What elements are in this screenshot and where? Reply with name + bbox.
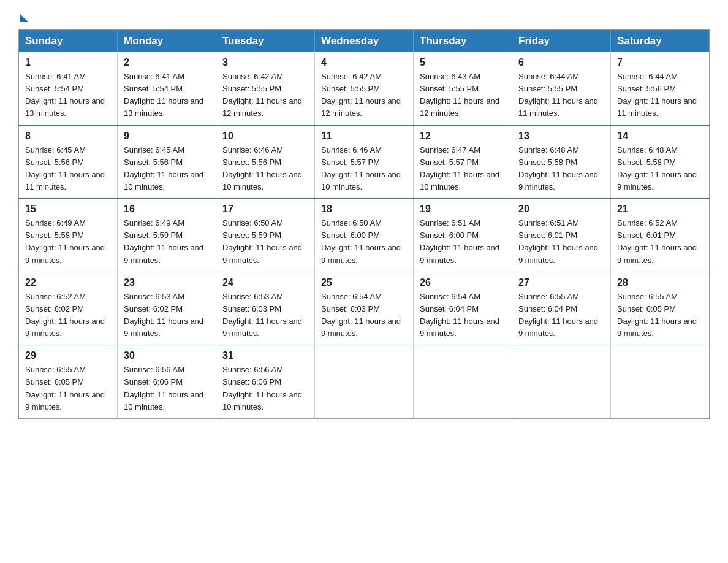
day-number: 8 — [25, 131, 111, 142]
calendar-cell: 29 Sunrise: 6:55 AM Sunset: 6:05 PM Dayl… — [19, 345, 118, 419]
calendar-week-2: 8 Sunrise: 6:45 AM Sunset: 5:56 PM Dayli… — [19, 125, 710, 199]
day-number: 24 — [222, 277, 308, 288]
day-number: 28 — [617, 277, 703, 288]
day-number: 9 — [124, 131, 210, 142]
day-info: Sunrise: 6:53 AM Sunset: 6:02 PM Dayligh… — [124, 291, 210, 340]
day-number: 6 — [518, 57, 604, 68]
day-info: Sunrise: 6:44 AM Sunset: 5:56 PM Dayligh… — [617, 71, 703, 120]
day-info: Sunrise: 6:47 AM Sunset: 5:57 PM Dayligh… — [420, 144, 506, 194]
weekday-header-saturday: Saturday — [611, 30, 710, 53]
day-number: 7 — [617, 57, 703, 68]
calendar-cell: 28 Sunrise: 6:55 AM Sunset: 6:05 PM Dayl… — [611, 272, 710, 345]
day-number: 5 — [420, 57, 506, 68]
day-info: Sunrise: 6:42 AM Sunset: 5:55 PM Dayligh… — [222, 71, 308, 120]
day-number: 25 — [321, 277, 407, 288]
weekday-header-row: SundayMondayTuesdayWednesdayThursdayFrid… — [19, 30, 710, 53]
calendar-cell: 24 Sunrise: 6:53 AM Sunset: 6:03 PM Dayl… — [216, 272, 315, 345]
day-info: Sunrise: 6:54 AM Sunset: 6:03 PM Dayligh… — [321, 291, 407, 340]
day-number: 21 — [617, 204, 703, 215]
calendar-cell — [611, 345, 710, 419]
calendar-cell: 27 Sunrise: 6:55 AM Sunset: 6:04 PM Dayl… — [512, 272, 611, 345]
day-number: 27 — [518, 277, 604, 288]
day-number: 19 — [420, 204, 506, 215]
day-number: 1 — [25, 57, 111, 68]
day-number: 2 — [124, 57, 210, 68]
day-number: 4 — [321, 57, 407, 68]
calendar-cell: 23 Sunrise: 6:53 AM Sunset: 6:02 PM Dayl… — [118, 272, 216, 345]
calendar-cell: 7 Sunrise: 6:44 AM Sunset: 5:56 PM Dayli… — [611, 52, 710, 125]
day-info: Sunrise: 6:41 AM Sunset: 5:54 PM Dayligh… — [124, 71, 210, 120]
calendar-cell: 1 Sunrise: 6:41 AM Sunset: 5:54 PM Dayli… — [19, 52, 118, 125]
day-number: 11 — [321, 131, 407, 142]
calendar-table: SundayMondayTuesdayWednesdayThursdayFrid… — [18, 29, 710, 419]
day-info: Sunrise: 6:53 AM Sunset: 6:03 PM Dayligh… — [222, 291, 308, 340]
day-number: 16 — [124, 204, 210, 215]
calendar-cell: 21 Sunrise: 6:52 AM Sunset: 6:01 PM Dayl… — [611, 199, 710, 272]
calendar-cell: 16 Sunrise: 6:49 AM Sunset: 5:59 PM Dayl… — [118, 199, 216, 272]
day-info: Sunrise: 6:42 AM Sunset: 5:55 PM Dayligh… — [321, 71, 407, 120]
day-info: Sunrise: 6:44 AM Sunset: 5:55 PM Dayligh… — [518, 71, 604, 120]
weekday-header-tuesday: Tuesday — [216, 30, 315, 53]
day-info: Sunrise: 6:55 AM Sunset: 6:05 PM Dayligh… — [25, 364, 111, 413]
day-info: Sunrise: 6:55 AM Sunset: 6:04 PM Dayligh… — [518, 291, 604, 340]
calendar-cell: 14 Sunrise: 6:48 AM Sunset: 5:58 PM Dayl… — [611, 125, 710, 199]
day-number: 14 — [617, 131, 703, 142]
calendar-cell: 4 Sunrise: 6:42 AM Sunset: 5:55 PM Dayli… — [315, 52, 414, 125]
calendar-cell: 31 Sunrise: 6:56 AM Sunset: 6:06 PM Dayl… — [216, 345, 315, 419]
calendar-cell: 8 Sunrise: 6:45 AM Sunset: 5:56 PM Dayli… — [19, 125, 118, 199]
day-number: 15 — [25, 204, 111, 215]
day-info: Sunrise: 6:49 AM Sunset: 5:59 PM Dayligh… — [124, 217, 210, 267]
day-info: Sunrise: 6:51 AM Sunset: 6:01 PM Dayligh… — [518, 217, 604, 267]
calendar-cell: 17 Sunrise: 6:50 AM Sunset: 5:59 PM Dayl… — [216, 199, 315, 272]
weekday-header-friday: Friday — [512, 30, 611, 53]
day-info: Sunrise: 6:52 AM Sunset: 6:02 PM Dayligh… — [25, 291, 111, 340]
day-info: Sunrise: 6:48 AM Sunset: 5:58 PM Dayligh… — [617, 144, 703, 194]
day-number: 13 — [518, 131, 604, 142]
day-number: 17 — [222, 204, 308, 215]
day-info: Sunrise: 6:49 AM Sunset: 5:58 PM Dayligh… — [25, 217, 111, 267]
calendar-cell: 12 Sunrise: 6:47 AM Sunset: 5:57 PM Dayl… — [414, 125, 512, 199]
day-info: Sunrise: 6:41 AM Sunset: 5:54 PM Dayligh… — [25, 71, 111, 120]
calendar-cell: 26 Sunrise: 6:54 AM Sunset: 6:04 PM Dayl… — [414, 272, 512, 345]
calendar-week-5: 29 Sunrise: 6:55 AM Sunset: 6:05 PM Dayl… — [19, 345, 710, 419]
calendar-cell: 2 Sunrise: 6:41 AM Sunset: 5:54 PM Dayli… — [118, 52, 216, 125]
calendar-cell: 30 Sunrise: 6:56 AM Sunset: 6:06 PM Dayl… — [118, 345, 216, 419]
day-info: Sunrise: 6:51 AM Sunset: 6:00 PM Dayligh… — [420, 217, 506, 267]
calendar-cell: 25 Sunrise: 6:54 AM Sunset: 6:03 PM Dayl… — [315, 272, 414, 345]
day-info: Sunrise: 6:45 AM Sunset: 5:56 PM Dayligh… — [124, 144, 210, 194]
day-info: Sunrise: 6:46 AM Sunset: 5:57 PM Dayligh… — [321, 144, 407, 194]
day-info: Sunrise: 6:54 AM Sunset: 6:04 PM Dayligh… — [420, 291, 506, 340]
day-info: Sunrise: 6:55 AM Sunset: 6:05 PM Dayligh… — [617, 291, 703, 340]
calendar-cell: 6 Sunrise: 6:44 AM Sunset: 5:55 PM Dayli… — [512, 52, 611, 125]
calendar-cell — [512, 345, 611, 419]
weekday-header-thursday: Thursday — [414, 30, 512, 53]
logo-arrow-icon — [20, 13, 28, 22]
day-info: Sunrise: 6:50 AM Sunset: 5:59 PM Dayligh… — [222, 217, 308, 267]
calendar-cell: 3 Sunrise: 6:42 AM Sunset: 5:55 PM Dayli… — [216, 52, 315, 125]
day-info: Sunrise: 6:56 AM Sunset: 6:06 PM Dayligh… — [222, 364, 308, 413]
weekday-header-monday: Monday — [118, 30, 216, 53]
calendar-cell: 10 Sunrise: 6:46 AM Sunset: 5:56 PM Dayl… — [216, 125, 315, 199]
calendar-cell: 22 Sunrise: 6:52 AM Sunset: 6:02 PM Dayl… — [19, 272, 118, 345]
weekday-header-sunday: Sunday — [19, 30, 118, 53]
calendar-cell: 20 Sunrise: 6:51 AM Sunset: 6:01 PM Dayl… — [512, 199, 611, 272]
day-number: 12 — [420, 131, 506, 142]
calendar-cell — [414, 345, 512, 419]
logo — [18, 12, 29, 18]
day-number: 10 — [222, 131, 308, 142]
day-number: 31 — [222, 350, 308, 361]
day-number: 20 — [518, 204, 604, 215]
day-info: Sunrise: 6:50 AM Sunset: 6:00 PM Dayligh… — [321, 217, 407, 267]
day-number: 29 — [25, 350, 111, 361]
calendar-week-1: 1 Sunrise: 6:41 AM Sunset: 5:54 PM Dayli… — [19, 52, 710, 125]
calendar-cell: 5 Sunrise: 6:43 AM Sunset: 5:55 PM Dayli… — [414, 52, 512, 125]
calendar-cell: 11 Sunrise: 6:46 AM Sunset: 5:57 PM Dayl… — [315, 125, 414, 199]
day-info: Sunrise: 6:46 AM Sunset: 5:56 PM Dayligh… — [222, 144, 308, 194]
day-number: 18 — [321, 204, 407, 215]
day-info: Sunrise: 6:45 AM Sunset: 5:56 PM Dayligh… — [25, 144, 111, 194]
day-number: 30 — [124, 350, 210, 361]
calendar-week-3: 15 Sunrise: 6:49 AM Sunset: 5:58 PM Dayl… — [19, 199, 710, 272]
day-number: 26 — [420, 277, 506, 288]
page-header — [18, 12, 710, 18]
day-number: 22 — [25, 277, 111, 288]
